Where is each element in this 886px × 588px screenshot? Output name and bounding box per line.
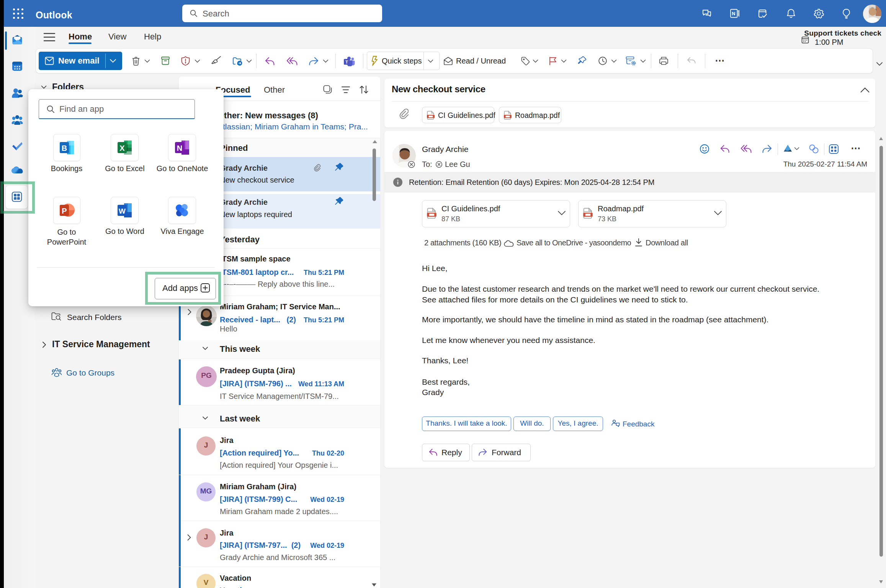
svg-text:T: T <box>345 60 348 64</box>
svg-text:W: W <box>119 207 126 215</box>
svg-text:B: B <box>62 144 67 152</box>
svg-text:N: N <box>732 11 735 16</box>
svg-text:X: X <box>119 144 125 152</box>
svg-text:N: N <box>177 144 182 152</box>
svg-text:P: P <box>62 207 67 215</box>
